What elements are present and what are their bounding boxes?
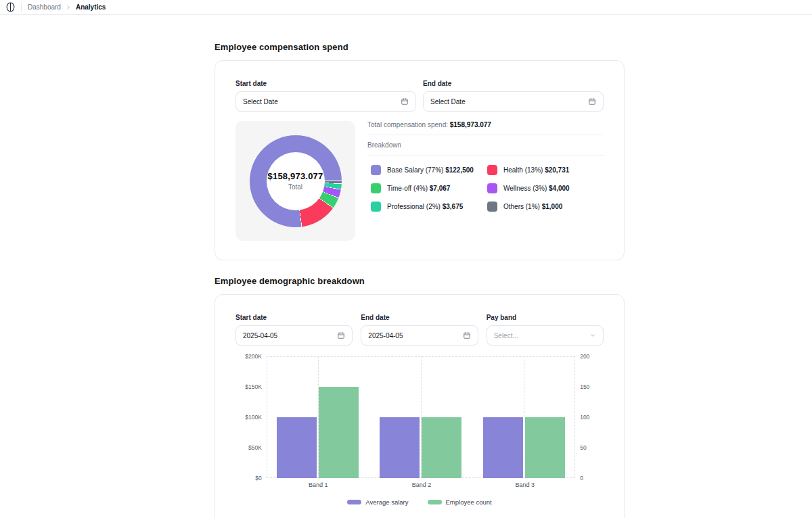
x-axis-label: Band 3 xyxy=(473,481,577,488)
y-axis-tick-right: 0 xyxy=(575,475,604,481)
pay-band-select[interactable]: Select... xyxy=(487,325,604,346)
calendar-icon xyxy=(588,97,596,105)
bar-chart-plot-area xyxy=(267,356,575,478)
breakdown-legend: Base Salary (77%) $122,500Health (13%) $… xyxy=(367,156,604,212)
topbar: Dashboard Analytics xyxy=(0,0,812,15)
breadcrumb-dashboard[interactable]: Dashboard xyxy=(28,3,61,11)
breakdown-item: Wellness (3%) $4,000 xyxy=(487,183,604,193)
total-spend-row: Total compensation spend: $158,973.077 xyxy=(367,121,604,135)
chevron-right-icon xyxy=(66,5,71,10)
x-axis-label: Band 2 xyxy=(370,481,474,488)
legend-text: Base Salary (77%) $122,500 xyxy=(387,166,474,174)
demographic-filters: Start date 2025-04-05 End date 2025-04-0… xyxy=(235,314,604,346)
demographic-section-title: Employee demographic breakdown xyxy=(215,276,625,286)
donut-chart-panel: $158,973.077 Total xyxy=(235,121,355,241)
bar-chart-legend: Average salaryEmployee count xyxy=(235,498,604,506)
end-date-field: End date 2025-04-05 xyxy=(361,314,478,346)
compensation-section: Employee compensation spend Start date S… xyxy=(215,42,625,260)
y-axis-tick-left: $50K xyxy=(235,445,267,450)
end-date-input[interactable]: 2025-04-05 xyxy=(361,325,478,346)
bar-group xyxy=(369,356,472,478)
legend-swatch xyxy=(347,500,361,504)
end-date-field: End date Select Date xyxy=(423,80,604,112)
legend-swatch xyxy=(371,165,381,175)
logo-icon xyxy=(6,2,15,12)
legend-text: Professional (2%) $3,675 xyxy=(387,203,463,210)
compensation-card: Start date Select Date End date Select D… xyxy=(215,60,625,260)
start-date-value: 2025-04-05 xyxy=(243,332,277,339)
total-spend-value: $158,973.077 xyxy=(450,121,491,128)
legend-swatch xyxy=(487,165,497,175)
chart-legend-item: Employee count xyxy=(428,498,492,506)
legend-swatch xyxy=(487,202,497,212)
bar-group xyxy=(267,356,369,478)
pay-band-label: Pay band xyxy=(487,314,604,321)
breakdown-label: Breakdown xyxy=(367,135,604,156)
donut-total-value: $158,973.077 xyxy=(268,171,323,181)
app-logo[interactable] xyxy=(6,2,15,12)
y-axis-tick-right: 150 xyxy=(575,384,604,390)
y-axis-tick-left: $150K xyxy=(235,384,267,390)
start-date-input[interactable]: Select Date xyxy=(235,91,416,112)
pay-band-value: Select... xyxy=(494,332,518,339)
y-axis-tick-right: 200 xyxy=(575,354,604,359)
calendar-icon xyxy=(337,331,345,339)
bar-employee-count xyxy=(422,417,461,478)
legend-label: Average salary xyxy=(365,498,408,506)
bar-average-salary xyxy=(277,417,317,478)
breadcrumb: Dashboard Analytics xyxy=(28,3,106,11)
chevron-down-icon xyxy=(589,332,596,339)
start-date-value: Select Date xyxy=(243,98,278,105)
breakdown-item: Time-off (4%) $7,067 xyxy=(371,183,487,193)
y-axis-left: $200K$150K$100K$50K$0 xyxy=(235,356,267,478)
breakdown-item: Professional (2%) $3,675 xyxy=(371,202,487,212)
legend-text: Others (1%) $1,000 xyxy=(503,203,562,210)
topbar-divider xyxy=(21,3,22,11)
start-date-field: Start date Select Date xyxy=(235,80,416,112)
end-date-value: Select Date xyxy=(430,98,466,105)
y-axis-tick-right: 50 xyxy=(575,445,604,450)
bar-average-salary xyxy=(380,417,420,478)
total-spend-label: Total compensation spend: xyxy=(367,121,448,128)
legend-text: Time-off (4%) $7,067 xyxy=(387,185,450,192)
compensation-section-title: Employee compensation spend xyxy=(215,42,625,52)
legend-label: Employee count xyxy=(446,498,492,506)
calendar-icon xyxy=(401,97,409,105)
bar-average-salary xyxy=(483,417,523,478)
calendar-icon xyxy=(463,331,471,339)
demographic-section: Employee demographic breakdown Start dat… xyxy=(215,276,625,518)
y-axis-right: 200150100500 xyxy=(575,356,604,478)
breakdown-item: Base Salary (77%) $122,500 xyxy=(371,165,487,175)
y-axis-tick-left: $0 xyxy=(235,475,267,481)
start-date-label: Start date xyxy=(235,314,353,321)
compensation-body: $158,973.077 Total Total compensation sp… xyxy=(235,121,604,241)
x-axis-labels: Band 1Band 2Band 3 xyxy=(267,481,577,488)
donut-center: $158,973.077 Total xyxy=(267,152,325,210)
start-date-field: Start date 2025-04-05 xyxy=(235,314,353,346)
start-date-input[interactable]: 2025-04-05 xyxy=(235,325,353,346)
legend-swatch xyxy=(487,183,497,193)
legend-text: Wellness (3%) $4,000 xyxy=(503,185,570,192)
end-date-label: End date xyxy=(361,314,478,321)
y-axis-tick-right: 100 xyxy=(575,415,604,420)
end-date-label: End date xyxy=(423,80,604,87)
breadcrumb-analytics[interactable]: Analytics xyxy=(76,3,106,11)
bar-group xyxy=(472,356,575,478)
compensation-donut-chart: $158,973.077 Total xyxy=(250,135,342,227)
donut-total-label: Total xyxy=(288,183,302,191)
legend-swatch xyxy=(428,500,442,504)
chart-legend-item: Average salary xyxy=(347,498,408,506)
demographic-bar-chart: $200K$150K$100K$50K$0 200150100500 xyxy=(235,356,604,478)
legend-swatch xyxy=(371,202,381,212)
legend-text: Health (13%) $20,731 xyxy=(503,166,569,174)
end-date-input[interactable]: Select Date xyxy=(423,91,604,112)
end-date-value: 2025-04-05 xyxy=(368,332,403,339)
y-axis-tick-left: $200K xyxy=(235,354,267,359)
x-axis-label: Band 1 xyxy=(267,481,370,488)
main-content: Employee compensation spend Start date S… xyxy=(215,15,625,518)
breakdown-item: Health (13%) $20,731 xyxy=(487,165,604,175)
start-date-label: Start date xyxy=(235,80,416,87)
pay-band-field: Pay band Select... xyxy=(487,314,604,346)
bar-employee-count xyxy=(319,387,359,478)
compensation-filters: Start date Select Date End date Select D… xyxy=(235,80,604,112)
